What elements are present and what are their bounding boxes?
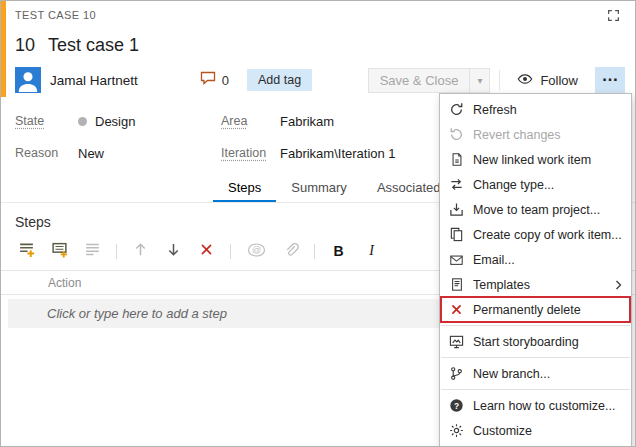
- paperclip-icon: [283, 242, 299, 261]
- area-value[interactable]: Fabrikam: [280, 114, 334, 129]
- menu-item-start-storyboarding[interactable]: Start storyboarding: [440, 329, 631, 354]
- iteration-label: Iteration: [221, 146, 280, 160]
- menu-item-email[interactable]: Email...: [440, 247, 631, 272]
- state-value[interactable]: Design: [78, 114, 135, 129]
- move-step-up-button[interactable]: [131, 242, 150, 260]
- insert-shared-steps-button[interactable]: [50, 242, 69, 260]
- menu-item-label: Email...: [473, 253, 515, 267]
- save-and-close-button[interactable]: Save & Close: [369, 69, 470, 92]
- delete-x-icon: [200, 243, 213, 259]
- menu-item-permanently-delete[interactable]: Permanently delete: [440, 297, 631, 322]
- arrow-up-icon: [133, 242, 148, 260]
- create-shared-steps-button[interactable]: [83, 242, 102, 260]
- work-item-type-color-bar: [1, 1, 6, 97]
- work-item-dialog: TEST CASE 10 10 Test case 1 Jamal Hartne…: [0, 0, 636, 447]
- follow-label: Follow: [540, 73, 578, 88]
- toolbar-separator: [314, 244, 315, 259]
- action-column-header: Action: [48, 276, 81, 290]
- add-tag-button[interactable]: Add tag: [247, 69, 312, 91]
- insert-step-icon: [18, 241, 35, 261]
- menu-item-label: Refresh: [473, 103, 517, 117]
- bold-label: B: [333, 243, 343, 259]
- storyboard-icon: [448, 334, 465, 350]
- save-and-close-split-button: Save & Close ▾: [368, 68, 491, 93]
- menu-item-label: Change type...: [473, 178, 554, 192]
- more-actions-button[interactable]: …: [595, 67, 625, 93]
- menu-item-create-copy[interactable]: Create copy of work item...: [440, 222, 631, 247]
- work-item-type-caption: TEST CASE 10: [15, 9, 96, 21]
- menu-item-new-linked-work-item[interactable]: New linked work item: [440, 147, 631, 172]
- delete-x-icon: [448, 302, 465, 318]
- delete-step-button[interactable]: [197, 242, 216, 260]
- work-item-id: 10: [15, 35, 35, 56]
- save-options-dropdown[interactable]: ▾: [469, 69, 489, 92]
- menu-item-label: New linked work item: [473, 153, 591, 167]
- comment-bubble-icon: [200, 70, 216, 90]
- iteration-value[interactable]: Fabrikam\Iteration 1: [280, 146, 396, 161]
- arrow-down-icon: [166, 242, 181, 260]
- menu-item-learn-customize[interactable]: ? Learn how to customize...: [440, 393, 631, 418]
- title-row: 10 Test case 1: [1, 29, 635, 62]
- menu-item-change-type[interactable]: Change type...: [440, 172, 631, 197]
- menu-item-label: Permanently delete: [473, 303, 581, 317]
- menu-item-label: Customize: [473, 424, 532, 438]
- chevron-down-icon: ▾: [477, 75, 482, 86]
- tab-summary[interactable]: Summary: [276, 172, 362, 202]
- italic-label: I: [369, 243, 374, 259]
- move-project-icon: [448, 202, 465, 218]
- reason-value[interactable]: New: [78, 146, 104, 161]
- menu-item-new-branch[interactable]: New branch...: [440, 361, 631, 386]
- toolbar-separator: [230, 244, 231, 259]
- state-dot-icon: [78, 117, 87, 126]
- menu-item-templates[interactable]: Templates: [440, 272, 631, 297]
- menu-item-refresh[interactable]: Refresh: [440, 97, 631, 122]
- work-item-title[interactable]: Test case 1: [48, 35, 139, 56]
- state-label: State: [15, 114, 78, 128]
- menu-item-label: Move to team project...: [473, 203, 600, 217]
- insert-step-button[interactable]: [17, 242, 36, 260]
- templates-icon: [448, 277, 465, 293]
- italic-button[interactable]: I: [362, 242, 381, 260]
- menu-item-label: Start storyboarding: [473, 335, 579, 349]
- menu-item-label: New branch...: [473, 367, 550, 381]
- svg-text:@: @: [251, 245, 260, 255]
- parameter-icon: @: [247, 242, 266, 261]
- state-field: State Design: [15, 110, 221, 132]
- discussion-indicator[interactable]: 0: [200, 70, 229, 90]
- follow-button[interactable]: Follow: [509, 67, 586, 94]
- reason-label: Reason: [15, 146, 78, 160]
- submenu-chevron-icon: [615, 280, 623, 290]
- menu-item-label: Templates: [473, 278, 530, 292]
- branch-icon: [448, 366, 465, 382]
- menu-item-move-to-team-project[interactable]: Move to team project...: [440, 197, 631, 222]
- menu-item-label: Learn how to customize...: [473, 399, 615, 413]
- menu-item-label: Revert changes: [473, 128, 561, 142]
- toolbar-separator: [116, 244, 117, 259]
- reason-field: Reason New: [15, 142, 221, 164]
- customize-icon: [448, 423, 465, 439]
- svg-text:?: ?: [454, 401, 459, 411]
- tab-steps[interactable]: Steps: [213, 172, 276, 202]
- add-step-placeholder: Click or type here to add a step: [47, 306, 227, 321]
- menu-item-customize[interactable]: Customize: [440, 418, 631, 443]
- menu-separator: [441, 389, 630, 390]
- attachment-button[interactable]: [281, 242, 300, 260]
- assignee-avatar[interactable]: [15, 67, 41, 93]
- fullscreen-icon[interactable]: [601, 4, 625, 26]
- area-label: Area: [221, 114, 280, 128]
- menu-item-label: Create copy of work item...: [473, 228, 622, 242]
- more-actions-menu: Refresh Revert changes New linked work i…: [439, 93, 632, 447]
- bold-button[interactable]: B: [329, 242, 348, 260]
- assigned-to-field[interactable]: Jamal Hartnett: [50, 73, 138, 88]
- follow-eye-icon: [517, 71, 533, 90]
- move-step-down-button[interactable]: [164, 242, 183, 260]
- comment-count: 0: [222, 73, 229, 88]
- add-parameter-button[interactable]: @: [245, 242, 267, 260]
- linked-work-item-icon: [448, 152, 465, 168]
- ellipsis-icon: …: [602, 66, 619, 86]
- revert-icon: [448, 127, 465, 143]
- menu-item-revert-changes[interactable]: Revert changes: [440, 122, 631, 147]
- header-actions: Save & Close ▾ Follow …: [368, 67, 625, 94]
- help-icon: ?: [448, 398, 465, 414]
- create-shared-steps-icon: [84, 241, 101, 261]
